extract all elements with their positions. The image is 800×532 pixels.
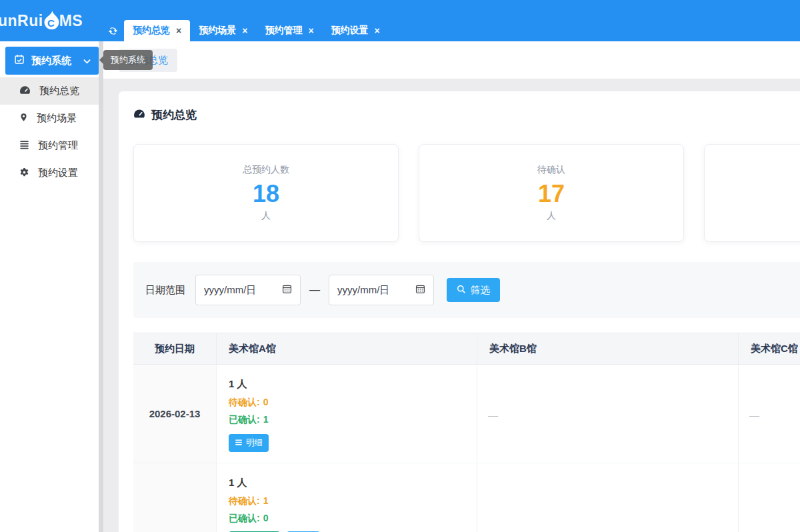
booking-count: 1 人 [229,477,465,489]
list-icon [19,140,29,151]
tab-label: 预约场景 [199,25,236,37]
bookings-table: 预约日期 美术馆A馆 美术馆B馆 美术馆C馆 2026-02-13 1 人 待确… [133,333,800,532]
pending-line: 待确认: 0 [229,397,465,409]
calendar-check-icon [14,54,25,67]
stat-card-third-clipped [704,144,800,242]
date-end-input[interactable]: yyyy/mm/日 [329,275,434,305]
confirmed-line: 已确认: 1 [229,414,465,426]
venue-a-cell: 1 人 待确认: 1 已确认: 0 [217,463,477,532]
date-range-label: 日期范围 [145,284,185,297]
venue-b-cell: — [477,463,739,532]
dashboard-icon [19,85,31,97]
confirmed-label: 已确认: [229,414,260,426]
gear-icon [19,167,29,179]
stat-card-pending: 待确认 17 人 [419,144,684,242]
app-logo[interactable]: unRuiCMS [0,0,101,41]
close-icon[interactable]: × [176,26,181,35]
calendar-icon[interactable] [282,284,292,296]
date-placeholder: yyyy/mm/日 [337,284,389,297]
calendar-icon[interactable] [415,284,425,296]
tab-label: 预约管理 [265,25,302,37]
sidebar-module-header[interactable]: 预约系统 [5,47,99,75]
sidebar-item-label: 预约总览 [39,85,79,97]
pending-line: 待确认: 1 [229,495,465,507]
column-header-date: 预约日期 [133,333,217,364]
sidebar-resize-gutter[interactable] [99,41,103,532]
table-header-row: 预约日期 美术馆A馆 美术馆B馆 美术馆C馆 [133,333,800,365]
content-panel: 预约总览 总预约人数 18 人 待确认 17 人 [119,91,800,532]
venue-b-cell: — [477,365,739,463]
page-title-text: 预约总览 [151,107,197,123]
table-row: 2026-02-18 1 人 待确认: 1 已确认: 0 [133,463,800,532]
column-header-venue-a: 美术馆A馆 [217,333,477,364]
date-range-separator: — [309,284,320,296]
flame-icon: C [43,10,60,31]
close-icon[interactable]: × [308,26,313,35]
column-header-venue-b: 美术馆B馆 [477,333,739,364]
stat-unit: 人 [261,210,271,222]
stat-value: 18 [253,181,279,207]
pending-label: 待确认: [229,495,260,507]
sidebar-module-label: 预约系统 [31,55,77,67]
sidebar-item-label: 预约管理 [38,139,78,152]
pending-label: 待确认: [229,397,260,409]
stat-value: 17 [538,181,565,207]
sidebar-item-settings[interactable]: 预约设置 [0,159,99,187]
tab-booking-scene[interactable]: 预约场景 × [190,20,256,41]
pending-value: 0 [263,397,269,409]
tab-label: 预约总览 [133,25,170,37]
sidebar-item-manage[interactable]: 预约管理 [0,132,99,159]
sidebar: 预约系统 预约总览 预约场景 预约管理 预约设置 [0,41,99,532]
main-area: 预约总览 预约系统 预约总览 总预约人数 18 人 待确认 [103,41,800,532]
date-placeholder: yyyy/mm/日 [204,284,256,297]
logo-flame-letter: C [43,17,60,29]
booking-count: 1 人 [229,378,465,391]
pending-value: 1 [263,495,269,507]
search-icon [457,285,466,296]
confirmed-line: 已确认: 0 [229,513,465,525]
logo-text-right: MS [59,12,83,30]
venue-c-cell: — [739,463,800,532]
page-title: 预约总览 [133,107,800,123]
sidebar-item-scene[interactable]: 预约场景 [0,105,99,132]
booking-date: 2026-02-13 [133,365,217,463]
tab-booking-overview[interactable]: 预约总览 × [124,20,190,41]
breadcrumb-bar: 预约总览 预约系统 [103,41,800,79]
stat-unit: 人 [547,210,556,222]
sidebar-item-label: 预约设置 [38,167,78,179]
stat-card-total: 总预约人数 18 人 [133,144,399,242]
topbar: unRuiCMS 预约总览 × 预约场景 × 预约管理 × 预约设置 × [0,0,800,41]
date-start-input[interactable]: yyyy/mm/日 [195,275,301,305]
venue-c-cell: — [739,365,800,463]
stat-label: 待确认 [537,164,565,176]
tab-booking-settings[interactable]: 预约设置 × [323,20,389,41]
logo-text-left: unRui [0,12,43,30]
list-icon [235,439,243,448]
close-icon[interactable]: × [375,26,380,35]
dashboard-icon [133,109,145,122]
filter-button-label: 筛选 [471,284,490,297]
close-icon[interactable]: × [242,26,247,35]
sidebar-header-tooltip: 预约系统 [103,50,153,70]
filter-button[interactable]: 筛选 [447,278,500,302]
filter-bar: 日期范围 yyyy/mm/日 — yyyy/mm/日 筛选 [133,262,800,318]
booking-date: 2026-02-18 [133,463,217,532]
tab-booking-manage[interactable]: 预约管理 × [256,20,322,41]
stat-label: 总预约人数 [243,164,289,176]
sidebar-item-overview[interactable]: 预约总览 [0,77,99,105]
tab-label: 预约设置 [331,25,369,37]
tab-bar: 预约总览 × 预约场景 × 预约管理 × 预约设置 × [101,0,389,41]
detail-button[interactable]: 明细 [229,434,269,452]
confirmed-value: 0 [263,513,269,525]
sidebar-menu: 预约总览 预约场景 预约管理 预约设置 [0,77,99,187]
chevron-down-icon [83,55,91,67]
content-background: 预约总览 总预约人数 18 人 待确认 17 人 [103,79,800,532]
table-row: 2026-02-13 1 人 待确认: 0 已确认: 1 [133,365,800,463]
column-header-venue-c: 美术馆C馆 [739,333,800,364]
map-marker-icon [19,112,28,125]
refresh-icon[interactable] [101,20,124,41]
confirmed-label: 已确认: [229,513,260,525]
detail-button-label: 明细 [246,437,263,449]
venue-a-cell: 1 人 待确认: 0 已确认: 1 明细 [217,365,477,463]
stats-cards-row: 总预约人数 18 人 待确认 17 人 [133,144,800,242]
